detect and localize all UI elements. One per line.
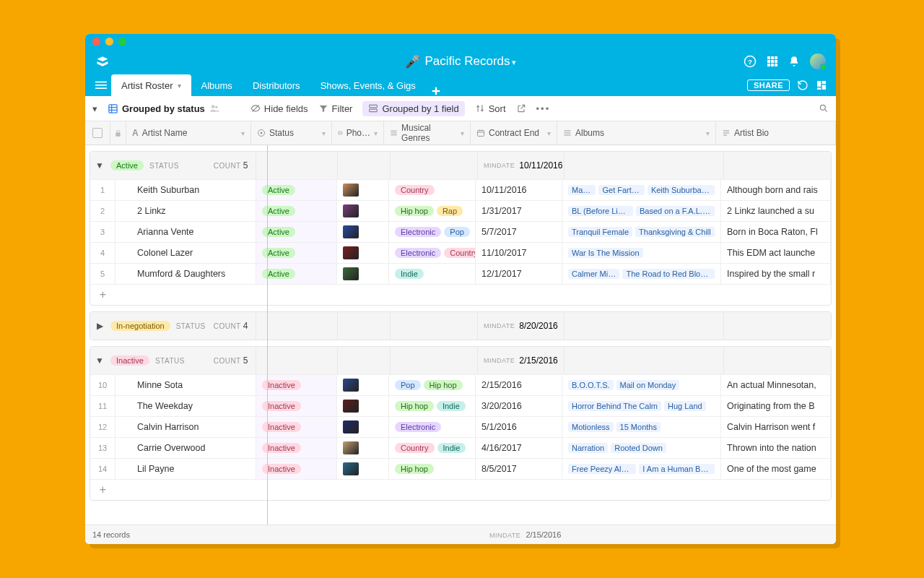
- sidebar-toggle-icon[interactable]: [91, 74, 111, 96]
- album-chip[interactable]: Get Farther: [598, 185, 644, 195]
- album-chip[interactable]: Hug Land: [664, 401, 706, 411]
- cell-status[interactable]: Active: [256, 243, 337, 263]
- cell-artist-name[interactable]: The Weekday: [116, 396, 256, 416]
- col-photo[interactable]: Pho… ▾: [332, 121, 384, 144]
- disclosure-icon[interactable]: ▼: [95, 160, 105, 171]
- cell-albums[interactable]: Tranquil FemaleThanksgiving & Chill: [562, 222, 721, 242]
- cell-albums[interactable]: War Is The Mission: [562, 243, 721, 263]
- chevron-down-icon[interactable]: ▾: [241, 129, 245, 137]
- cell-status[interactable]: Active: [256, 222, 337, 242]
- sort-button[interactable]: Sort: [475, 103, 506, 114]
- table-row[interactable]: 13Carrie OverwoodInactiveCountryIndie4/1…: [90, 437, 831, 458]
- group-header[interactable]: ▼ActiveSTATUSCOUNT 5MINDATE10/11/2016: [90, 152, 831, 179]
- cell-bio[interactable]: Although born and rais: [721, 180, 831, 200]
- cell-genres[interactable]: CountryIndie: [389, 438, 476, 458]
- album-chip[interactable]: Motionless: [568, 422, 614, 432]
- cell-artist-name[interactable]: Arianna Vente: [116, 222, 256, 242]
- table-row[interactable]: 22 LinkzActiveHip hopRap1/31/2017BL (Bef…: [90, 200, 831, 221]
- cell-bio[interactable]: An actual Minnesotan,: [721, 375, 831, 395]
- cell-contract-end[interactable]: 11/10/2017: [476, 243, 562, 263]
- table-row[interactable]: 10Minne SotaInactivePopHip hop2/15/2016B…: [90, 374, 831, 395]
- col-artist-name[interactable]: A Artist Name ▾: [126, 121, 251, 144]
- cell-albums[interactable]: Free Peezy AlbumI Am a Human Being: [562, 459, 721, 479]
- album-chip[interactable]: Narration: [568, 443, 608, 453]
- cell-genres[interactable]: Hip hop: [389, 459, 476, 479]
- notifications-icon[interactable]: [788, 56, 800, 67]
- traffic-zoom-icon[interactable]: [118, 38, 126, 46]
- album-chip[interactable]: War Is The Mission: [568, 248, 643, 258]
- cell-photo[interactable]: [337, 396, 389, 416]
- album-chip[interactable]: Match: [568, 185, 596, 195]
- cell-photo[interactable]: [337, 417, 389, 437]
- cell-genres[interactable]: Indie: [389, 264, 476, 284]
- cell-genres[interactable]: Hip hopRap: [389, 201, 476, 221]
- cell-artist-name[interactable]: Colonel Lazer: [116, 243, 256, 263]
- album-chip[interactable]: I Am a Human Being: [639, 464, 715, 474]
- album-chip[interactable]: 15 Months: [616, 422, 661, 432]
- cell-photo[interactable]: [337, 243, 389, 263]
- cell-contract-end[interactable]: 3/20/2016: [476, 396, 562, 416]
- cell-status[interactable]: Active: [256, 264, 337, 284]
- col-contract[interactable]: Contract End ▾: [471, 121, 557, 144]
- cell-photo[interactable]: [337, 264, 389, 284]
- cell-contract-end[interactable]: 5/1/2016: [476, 417, 562, 437]
- col-status[interactable]: Status ▾: [251, 121, 332, 144]
- select-all-checkbox[interactable]: [85, 121, 110, 144]
- traffic-minimize-icon[interactable]: [105, 38, 113, 46]
- album-chip[interactable]: Thanksgiving & Chill: [635, 227, 715, 237]
- search-button[interactable]: [819, 103, 829, 113]
- group-header[interactable]: ▶In-negotiationSTATUSCOUNT 4MINDATE8/20/…: [90, 312, 831, 340]
- album-chip[interactable]: Free Peezy Album: [568, 464, 636, 474]
- tab-albums[interactable]: Albums: [191, 74, 243, 96]
- table-row[interactable]: 5Mumford & DaughtersActiveIndie12/1/2017…: [90, 263, 831, 284]
- cell-artist-name[interactable]: Calvin Harrison: [116, 417, 256, 437]
- album-chip[interactable]: Keith Suburban in: [648, 185, 715, 195]
- album-chip[interactable]: Rooted Down: [611, 443, 666, 453]
- add-record-button[interactable]: +: [90, 284, 831, 305]
- more-options-button[interactable]: •••: [536, 103, 551, 114]
- cell-albums[interactable]: NarrationRooted Down: [562, 438, 721, 458]
- col-bio[interactable]: Artist Bio: [716, 121, 836, 144]
- cell-artist-name[interactable]: Carrie Overwood: [116, 438, 256, 458]
- cell-contract-end[interactable]: 2/15/2016: [476, 375, 562, 395]
- cell-bio[interactable]: Originating from the B: [721, 396, 831, 416]
- cell-photo[interactable]: [337, 222, 389, 242]
- cell-artist-name[interactable]: Mumford & Daughters: [116, 264, 256, 284]
- cell-bio[interactable]: Thrown into the nation: [721, 438, 831, 458]
- cell-photo[interactable]: [337, 201, 389, 221]
- user-avatar[interactable]: [810, 53, 826, 69]
- cell-contract-end[interactable]: 10/11/2016: [476, 180, 562, 200]
- cell-photo[interactable]: [337, 459, 389, 479]
- cell-status[interactable]: Active: [256, 180, 337, 200]
- album-chip[interactable]: Calmer Mind: [568, 269, 619, 279]
- cell-genres[interactable]: ElectronicPop: [389, 222, 476, 242]
- share-button[interactable]: SHARE: [747, 79, 790, 91]
- add-table-button[interactable]: [426, 86, 446, 96]
- table-row[interactable]: 1Keith SuburbanActiveCountry10/11/2016Ma…: [90, 179, 831, 200]
- table-row[interactable]: 14Lil PayneInactiveHip hop8/5/2017Free P…: [90, 458, 831, 479]
- album-chip[interactable]: Horror Behind The Calm: [568, 401, 661, 411]
- group-by-button[interactable]: Grouped by 1 field: [362, 101, 464, 116]
- cell-albums[interactable]: BL (Before Linkz)Based on a F.A.L.S.E: [562, 201, 721, 221]
- chevron-down-icon[interactable]: ▾: [706, 129, 710, 137]
- album-chip[interactable]: Mail on Monday: [616, 380, 680, 390]
- cell-contract-end[interactable]: 4/16/2017: [476, 438, 562, 458]
- cell-contract-end[interactable]: 12/1/2017: [476, 264, 562, 284]
- traffic-close-icon[interactable]: [92, 38, 100, 46]
- blocks-icon[interactable]: [816, 79, 827, 91]
- cell-photo[interactable]: [337, 180, 389, 200]
- cell-genres[interactable]: Country: [389, 180, 476, 200]
- disclosure-icon[interactable]: ▶: [95, 321, 105, 331]
- history-icon[interactable]: [797, 79, 808, 91]
- share-view-button[interactable]: [516, 103, 526, 113]
- cell-contract-end[interactable]: 8/5/2017: [476, 459, 562, 479]
- chevron-down-icon[interactable]: ▾: [178, 82, 181, 90]
- cell-artist-name[interactable]: Keith Suburban: [116, 180, 256, 200]
- cell-photo[interactable]: [337, 375, 389, 395]
- chevron-down-icon[interactable]: ▾: [322, 129, 326, 137]
- cell-albums[interactable]: Motionless15 Months: [562, 417, 721, 437]
- cell-bio[interactable]: This EDM act launche: [721, 243, 831, 263]
- cell-albums[interactable]: Calmer MindThe Road to Red Blocks: [562, 264, 721, 284]
- cell-genres[interactable]: PopHip hop: [389, 375, 476, 395]
- disclosure-icon[interactable]: ▼: [95, 355, 105, 366]
